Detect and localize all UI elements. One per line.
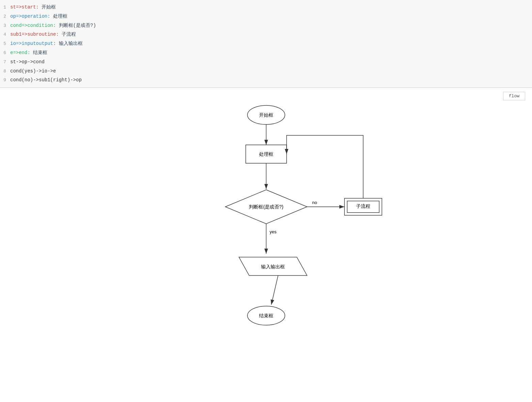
code-line-1: 1 st=>start: 开始框 (0, 3, 532, 12)
keyword-io: io=>inputoutput: (10, 41, 56, 46)
line-number-4: 4 (0, 31, 10, 38)
label-start: 开始框 (42, 4, 56, 10)
flow-1: st->op->cond (10, 59, 45, 65)
line-content-5: io=>inputoutput: 输入输出框 (10, 40, 532, 47)
yes-label: yes (270, 229, 277, 234)
keyword-st: st=>start: (10, 4, 39, 10)
line-content-2: op=>operation: 处理框 (10, 13, 532, 20)
line-content-6: e=>end: 结束框 (10, 49, 532, 56)
svg-line-11 (271, 275, 278, 305)
label-io: 输入输出框 (59, 41, 83, 46)
line-content-9: cond(no)->sub1(right)->op (10, 76, 532, 84)
end-label: 结束框 (259, 313, 273, 318)
keyword-sub1: sub1=>subroutine: (10, 32, 59, 37)
label-op: 处理框 (53, 14, 67, 19)
start-label: 开始框 (259, 112, 273, 118)
label-e: 结束框 (33, 50, 47, 55)
code-line-9: 9 cond(no)->sub1(right)->op (0, 76, 532, 85)
code-line-3: 3 cond=>condition: 判断框(是或否?) (0, 21, 532, 30)
flow-3: cond(no)->sub1(right)->op (10, 77, 82, 83)
code-line-8: 8 cond(yes)->io->e (0, 67, 532, 76)
flow-2: cond(yes)->io->e (10, 68, 56, 74)
flow-label: flow (503, 92, 525, 100)
diagram-area: flow 开始框 处理框 判断框(是或否?) no 子流程 (0, 88, 532, 397)
label-cond: 判断框(是或否?) (59, 23, 96, 28)
code-line-4: 4 sub1=>subroutine: 子流程 (0, 30, 532, 39)
line-number-2: 2 (0, 13, 10, 20)
inputoutput-label: 输入输出框 (261, 264, 285, 269)
line-number-6: 6 (0, 50, 10, 57)
line-number-3: 3 (0, 22, 10, 30)
line-content-4: sub1=>subroutine: 子流程 (10, 31, 532, 38)
no-label: no (312, 200, 317, 205)
line-content-7: st->op->cond (10, 58, 532, 66)
line-content-1: st=>start: 开始框 (10, 3, 532, 11)
keyword-cond: cond=>condition: (10, 23, 56, 28)
condition-label: 判断框(是或否?) (249, 204, 283, 210)
keyword-e: e=>end: (10, 50, 30, 55)
flowchart-svg: 开始框 处理框 判断框(是或否?) no 子流程 yes 输入输出框 (113, 95, 419, 390)
code-editor: 1 st=>start: 开始框 2 op=>operation: 处理框 3 … (0, 0, 532, 88)
keyword-op: op=>operation: (10, 14, 50, 19)
line-number-5: 5 (0, 40, 10, 48)
line-number-7: 7 (0, 59, 10, 66)
line-content-3: cond=>condition: 判断框(是或否?) (10, 22, 532, 29)
subroutine-label: 子流程 (356, 203, 370, 209)
code-line-6: 6 e=>end: 结束框 (0, 48, 532, 57)
line-content-8: cond(yes)->io->e (10, 67, 532, 75)
code-line-5: 5 io=>inputoutput: 输入输出框 (0, 39, 532, 48)
operation-label: 处理框 (259, 151, 273, 157)
label-sub1: 子流程 (62, 32, 76, 37)
code-line-2: 2 op=>operation: 处理框 (0, 12, 532, 21)
line-number-8: 8 (0, 68, 10, 75)
line-number-1: 1 (0, 4, 10, 11)
line-number-9: 9 (0, 77, 10, 84)
code-line-7: 7 st->op->cond (0, 57, 532, 67)
